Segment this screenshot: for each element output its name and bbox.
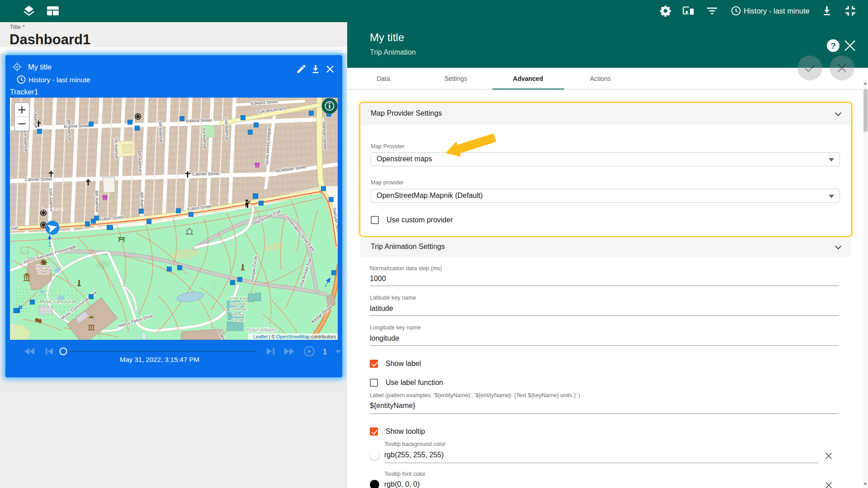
svg-text:?: ? [830,41,836,51]
svg-text:May 31, 2022, 3:15:47 PM: May 31, 2022, 3:15:47 PM [120,356,199,363]
svg-text:1: 1 [323,347,327,356]
svg-text:Tennis: Tennis [232,312,245,317]
svg-text:Tower: Tower [38,270,50,275]
svg-text:My title: My title [28,63,52,71]
svg-text:h Avenue: h Avenue [33,110,39,128]
svg-text:Center: Center [232,317,245,322]
svg-text:Music Concourse: Music Concourse [39,299,76,304]
svg-text:Leaflet | © OpenStreetMap cont: Leaflet | © OpenStreetMap contributors [253,334,336,339]
svg-text:Tracker1: Tracker1 [10,88,38,96]
svg-text:Stanyan Street: Stanyan Street [322,121,328,150]
svg-text:Balboa Street: Balboa Street [186,117,212,123]
svg-text:History - last minute: History - last minute [744,7,810,15]
svg-text:Lisa and: Lisa and [230,296,246,300]
svg-text:reet: reet [10,225,19,230]
svg-text:Tracker1: Tracker1 [41,206,65,212]
svg-text:Cabrillo Street: Cabrillo Street [192,171,220,177]
svg-text:Douglas: Douglas [231,301,246,306]
svg-text:Robin Williams: Robin Williams [247,328,277,333]
svg-text:Hamon: Hamon [36,264,51,269]
svg-text:History - last minute: History - last minute [28,76,90,84]
svg-text:Cabrillo Street: Cabrillo Street [25,176,52,182]
svg-text:Goldman: Goldman [230,306,247,311]
